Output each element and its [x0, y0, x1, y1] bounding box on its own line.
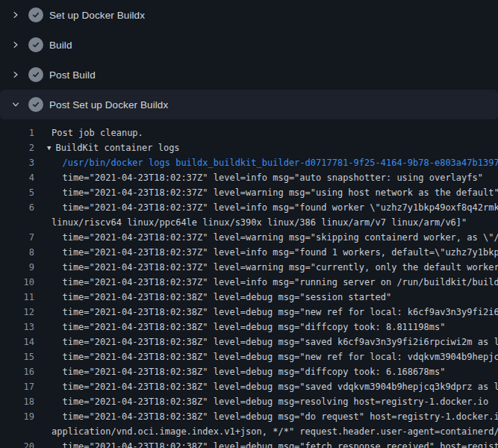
- log-area: 1 Post job cleanup. 2 ▼BuildKit containe…: [0, 119, 498, 448]
- step-label: Post Set up Docker Buildx: [49, 99, 168, 111]
- log-line: 4 time="2021-04-23T18:02:37Z" level=info…: [0, 170, 498, 185]
- log-line: 13 time="2021-04-23T18:02:38Z" level=deb…: [0, 320, 498, 335]
- log-line-text: time="2021-04-23T18:02:38Z" level=debug …: [52, 292, 391, 302]
- step-header[interactable]: Set up Docker Buildx: [0, 0, 498, 30]
- log-line-text: time="2021-04-23T18:02:38Z" level=debug …: [52, 352, 498, 362]
- log-line-number[interactable]: 10: [0, 275, 34, 290]
- log-line-content: time="2021-04-23T18:02:37Z" level=info m…: [34, 275, 498, 290]
- log-line-content: time="2021-04-23T18:02:38Z" level=debug …: [34, 349, 498, 364]
- log-line-number[interactable]: 8: [0, 245, 34, 260]
- log-line-number[interactable]: 13: [0, 320, 34, 335]
- chevron-down-icon[interactable]: [10, 99, 21, 111]
- log-lines: 1 Post job cleanup. 2 ▼BuildKit containe…: [0, 125, 498, 448]
- log-line-text: time="2021-04-23T18:02:38Z" level=debug …: [52, 411, 498, 422]
- log-line: 18 time="2021-04-23T18:02:38Z" level=deb…: [0, 394, 498, 409]
- log-line-content: time="2021-04-23T18:02:38Z" level=debug …: [34, 335, 498, 349]
- log-line-text: time="2021-04-23T18:02:38Z" level=debug …: [52, 441, 498, 448]
- log-line-content: time="2021-04-23T18:02:37Z" level=warnin…: [34, 185, 498, 200]
- log-line: 16 time="2021-04-23T18:02:38Z" level=deb…: [0, 364, 498, 379]
- log-line-content: time="2021-04-23T18:02:38Z" level=debug …: [34, 439, 498, 448]
- log-line-number[interactable]: 14: [0, 335, 34, 349]
- log-line-content: time="2021-04-23T18:02:37Z" level=info m…: [34, 200, 498, 215]
- log-line-number[interactable]: 16: [0, 364, 34, 379]
- log-line-number[interactable]: 18: [0, 394, 34, 409]
- chevron-right-icon[interactable]: [10, 9, 21, 21]
- log-line: 14 time="2021-04-23T18:02:38Z" level=deb…: [0, 335, 498, 349]
- log-line-content: time="2021-04-23T18:02:38Z" level=debug …: [34, 409, 498, 424]
- log-line-number[interactable]: [0, 424, 34, 439]
- log-line-number[interactable]: 11: [0, 290, 34, 305]
- step-label: Post Build: [49, 69, 96, 81]
- log-line-text: /usr/bin/docker logs buildx_buildkit_bui…: [52, 158, 498, 168]
- check-circle-icon: [28, 97, 43, 112]
- log-line-number[interactable]: 7: [0, 230, 34, 245]
- log-line-content: time="2021-04-23T18:02:38Z" level=debug …: [34, 290, 498, 305]
- log-line-content: time="2021-04-23T18:02:38Z" level=debug …: [34, 364, 498, 379]
- log-line-number[interactable]: 9: [0, 260, 34, 275]
- log-line-content: time="2021-04-23T18:02:37Z" level=info m…: [34, 170, 498, 185]
- log-line: 10 time="2021-04-23T18:02:37Z" level=inf…: [0, 275, 498, 290]
- log-line-number[interactable]: 15: [0, 349, 34, 364]
- log-line-text: linux/riscv64 linux/ppc64le linux/s390x …: [52, 217, 467, 228]
- log-line: 3 /usr/bin/docker logs buildx_buildkit_b…: [0, 155, 498, 170]
- log-line-text: time="2021-04-23T18:02:38Z" level=debug …: [52, 396, 488, 407]
- log-line-number[interactable]: 19: [0, 409, 34, 424]
- log-line-number[interactable]: 12: [0, 305, 34, 320]
- log-line-text: time="2021-04-23T18:02:37Z" level=info m…: [52, 247, 498, 258]
- log-line: 17 time="2021-04-23T18:02:38Z" level=deb…: [0, 379, 498, 394]
- log-line: 15 time="2021-04-23T18:02:38Z" level=deb…: [0, 349, 498, 364]
- log-line-content: time="2021-04-23T18:02:37Z" level=warnin…: [34, 260, 498, 275]
- log-group-expanded-icon[interactable]: ▼: [47, 140, 51, 155]
- step-header[interactable]: Post Build: [0, 60, 498, 90]
- check-circle-icon: [28, 67, 43, 82]
- log-line: linux/riscv64 linux/ppc64le linux/s390x …: [0, 215, 498, 230]
- log-line-number[interactable]: 17: [0, 379, 34, 394]
- log-line: 12 time="2021-04-23T18:02:38Z" level=deb…: [0, 305, 498, 320]
- log-line-text: time="2021-04-23T18:02:37Z" level=warnin…: [52, 232, 498, 243]
- log-line-text: time="2021-04-23T18:02:38Z" level=debug …: [52, 307, 498, 317]
- log-line-number[interactable]: [0, 215, 34, 230]
- log-line-content: time="2021-04-23T18:02:37Z" level=info m…: [34, 245, 498, 260]
- log-line-text: Post job cleanup.: [52, 128, 143, 138]
- log-line-number[interactable]: 5: [0, 185, 34, 200]
- check-circle-icon: [28, 37, 43, 52]
- log-line-content: time="2021-04-23T18:02:38Z" level=debug …: [34, 305, 498, 320]
- log-line: 19 time="2021-04-23T18:02:38Z" level=deb…: [0, 409, 498, 424]
- log-line-text: time="2021-04-23T18:02:37Z" level=info m…: [52, 172, 483, 183]
- step-header[interactable]: Build: [0, 30, 498, 60]
- log-line-number[interactable]: 20: [0, 439, 34, 448]
- step-label: Set up Docker Buildx: [49, 10, 145, 21]
- log-line-text: time="2021-04-23T18:02:37Z" level=info m…: [52, 202, 498, 213]
- log-line: application/vnd.oci.image.index.v1+json,…: [0, 424, 498, 439]
- log-line-content: time="2021-04-23T18:02:38Z" level=debug …: [34, 394, 498, 409]
- check-circle-icon: [28, 7, 43, 22]
- step-header[interactable]: Post Set up Docker Buildx: [0, 90, 498, 119]
- log-line: 8 time="2021-04-23T18:02:37Z" level=info…: [0, 245, 498, 260]
- log-line-number[interactable]: 4: [0, 170, 34, 185]
- log-line-content: Post job cleanup.: [34, 125, 498, 140]
- log-line: 5 time="2021-04-23T18:02:37Z" level=warn…: [0, 185, 498, 200]
- log-line: 11 time="2021-04-23T18:02:38Z" level=deb…: [0, 290, 498, 305]
- log-line-number[interactable]: 6: [0, 200, 34, 215]
- log-line-text: time="2021-04-23T18:02:37Z" level=warnin…: [52, 262, 498, 273]
- step-label: Build: [49, 40, 72, 51]
- log-line-text: time="2021-04-23T18:02:38Z" level=debug …: [52, 382, 498, 392]
- log-line-content: linux/riscv64 linux/ppc64le linux/s390x …: [34, 215, 498, 230]
- chevron-right-icon[interactable]: [10, 69, 21, 81]
- log-line: 20 time="2021-04-23T18:02:38Z" level=deb…: [0, 439, 498, 448]
- log-line-content: time="2021-04-23T18:02:38Z" level=debug …: [34, 379, 498, 394]
- log-line-number[interactable]: 1: [0, 125, 34, 140]
- log-line-text: BuildKit container logs: [55, 143, 179, 153]
- log-line-content: /usr/bin/docker logs buildx_buildkit_bui…: [34, 155, 498, 170]
- log-line-content: time="2021-04-23T18:02:38Z" level=debug …: [34, 320, 498, 335]
- log-line-number[interactable]: 3: [0, 155, 34, 170]
- log-line-text: time="2021-04-23T18:02:38Z" level=debug …: [52, 337, 498, 347]
- log-line-text: application/vnd.oci.image.index.v1+json,…: [52, 426, 498, 437]
- log-line: 9 time="2021-04-23T18:02:37Z" level=warn…: [0, 260, 498, 275]
- log-line-number[interactable]: 2: [0, 140, 34, 155]
- steps-list: Set up Docker Buildx Build: [0, 0, 498, 119]
- log-line: 6 time="2021-04-23T18:02:37Z" level=info…: [0, 200, 498, 215]
- log-line-text: time="2021-04-23T18:02:38Z" level=debug …: [52, 322, 445, 332]
- chevron-right-icon[interactable]: [10, 39, 21, 51]
- log-line: 1 Post job cleanup.: [0, 125, 498, 140]
